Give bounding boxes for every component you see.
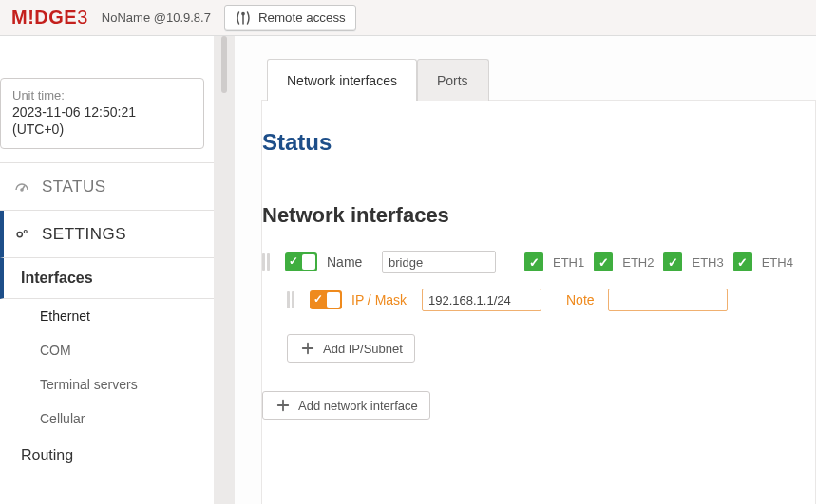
status-heading: Status	[262, 129, 815, 156]
name-label: Name	[327, 254, 372, 270]
svg-point-2	[17, 232, 22, 236]
plus-icon	[275, 397, 292, 414]
main-area: Network interfaces Ports Status Network …	[235, 36, 816, 504]
nav-status-label: STATUS	[42, 177, 106, 196]
splitter-handle[interactable]	[214, 36, 235, 504]
nav-interfaces[interactable]: Interfaces	[0, 258, 214, 299]
nav-com[interactable]: COM	[0, 333, 214, 367]
add-interface-button[interactable]: Add network interface	[262, 391, 430, 420]
tab-ports[interactable]: Ports	[417, 59, 489, 101]
note-input[interactable]	[608, 289, 728, 311]
device-name: NoName @10.9.8.7	[102, 10, 211, 25]
nav: STATUS SETTINGS Interfaces Ethernet COM …	[0, 162, 214, 476]
eth2-label: ETH2	[622, 255, 654, 270]
topbar: M!DGE3 NoName @10.9.8.7 Remote access	[0, 0, 816, 36]
note-label: Note	[566, 292, 598, 308]
eth2-checkbox[interactable]: ✓	[594, 252, 613, 271]
ip-enable-toggle[interactable]: ✓	[310, 290, 342, 309]
eth1-checkbox[interactable]: ✓	[524, 252, 543, 271]
add-ip-button[interactable]: Add IP/Subnet	[287, 334, 415, 363]
tab-panel: Status Network interfaces ✓ Name ✓ ETH1 …	[261, 100, 816, 504]
nav-interfaces-label: Interfaces	[21, 270, 93, 286]
nav-routing[interactable]: Routing	[0, 436, 214, 476]
unit-time-tz: (UTC+0)	[12, 121, 192, 137]
nav-settings[interactable]: SETTINGS	[0, 211, 214, 258]
eth3-label: ETH3	[692, 255, 723, 270]
svg-point-0	[242, 12, 244, 14]
nav-ethernet[interactable]: Ethernet	[0, 299, 214, 333]
nav-cellular[interactable]: Cellular	[0, 401, 214, 436]
nav-terminal-servers[interactable]: Terminal servers	[0, 367, 214, 401]
interface-row: ✓ Name ✓ ETH1 ✓ ETH2 ✓ ETH3 ✓ ETH4	[262, 251, 815, 273]
ipmask-input[interactable]	[422, 289, 541, 311]
remote-access-button[interactable]: Remote access	[224, 5, 356, 31]
nav-status[interactable]: STATUS	[0, 163, 214, 211]
interface-name-input[interactable]	[382, 251, 496, 273]
eth4-label: ETH4	[762, 255, 793, 270]
svg-point-3	[24, 230, 27, 233]
antenna-icon	[235, 9, 252, 27]
unit-time-panel: Unit time: 2023-11-06 12:50:21 (UTC+0)	[0, 78, 204, 149]
tab-network-interfaces[interactable]: Network interfaces	[267, 59, 417, 101]
nav-settings-label: SETTINGS	[42, 225, 126, 244]
ipmask-label: IP / Mask	[351, 292, 412, 308]
eth3-checkbox[interactable]: ✓	[663, 252, 682, 271]
add-interface-label: Add network interface	[298, 399, 418, 413]
unit-time-value: 2023-11-06 12:50:21	[12, 104, 192, 120]
drag-handle-icon[interactable]	[287, 291, 300, 308]
sidebar: Unit time: 2023-11-06 12:50:21 (UTC+0) S…	[0, 36, 214, 504]
tab-ports-label: Ports	[437, 73, 468, 88]
tab-network-label: Network interfaces	[287, 73, 397, 88]
eth4-checkbox[interactable]: ✓	[733, 252, 752, 271]
gauge-icon	[13, 178, 30, 196]
plus-icon	[299, 340, 316, 357]
unit-time-label: Unit time:	[12, 88, 192, 103]
product-logo: M!DGE3	[11, 7, 88, 28]
section-heading: Network interfaces	[262, 203, 815, 228]
add-ip-label: Add IP/Subnet	[323, 342, 403, 356]
svg-point-1	[21, 188, 23, 190]
ip-row: ✓ IP / Mask Note	[287, 289, 815, 311]
eth1-label: ETH1	[553, 255, 584, 270]
tabs: Network interfaces Ports	[267, 59, 816, 101]
drag-handle-icon[interactable]	[262, 253, 275, 271]
interface-enable-toggle[interactable]: ✓	[285, 252, 317, 271]
gears-icon	[13, 226, 30, 243]
remote-access-label: Remote access	[258, 10, 346, 25]
